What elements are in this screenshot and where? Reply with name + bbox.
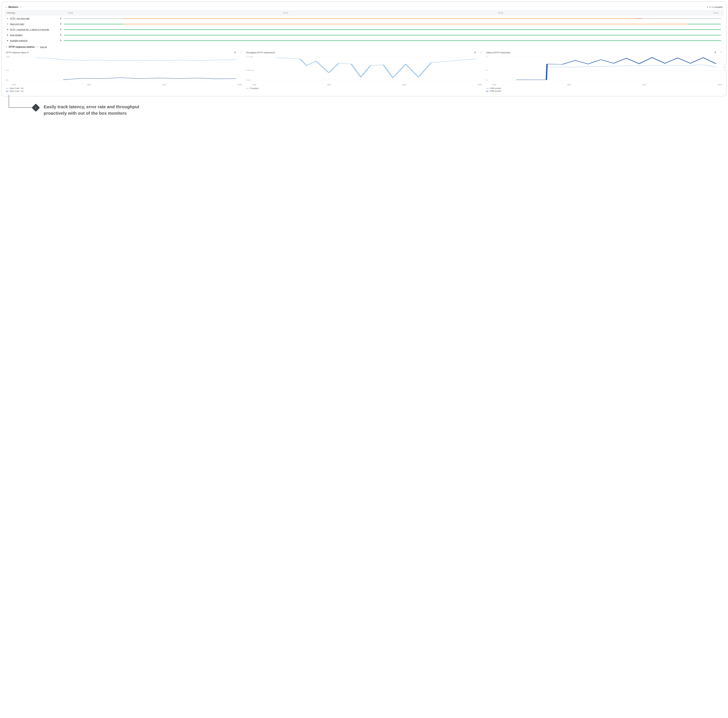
monitor-row: Span duration bbox=[5, 32, 723, 38]
pin-icon[interactable] bbox=[60, 28, 62, 31]
monitors-table: Message 07:0307:1307:2407:34 HTTP - 5xx … bbox=[5, 10, 723, 43]
legend-item: Status Code - 2xx bbox=[6, 87, 242, 90]
pin-icon[interactable] bbox=[60, 39, 62, 42]
legend-label: Status Code - 5xx bbox=[10, 90, 23, 93]
chart-legend: 0.95th quantile0.99th quantile bbox=[486, 86, 722, 93]
legend-label: Throughput bbox=[250, 87, 258, 90]
expand-icon[interactable] bbox=[480, 51, 482, 53]
time-tick: 07:34 bbox=[713, 12, 718, 14]
health-status-text: 2 / 5 unhealthy bbox=[710, 6, 723, 8]
pin-icon[interactable] bbox=[60, 23, 62, 25]
monitor-name-link[interactable]: Available endpoints bbox=[10, 40, 28, 42]
status-dot-icon bbox=[7, 29, 8, 30]
timeline-ticks: 07:0307:1307:2407:34 bbox=[60, 12, 721, 14]
monitor-name-link[interactable]: HTTP - 5xx error ratio bbox=[10, 17, 29, 20]
time-tick: 07:13 bbox=[283, 12, 288, 14]
health-timeline-bar bbox=[64, 24, 721, 24]
time-tick: 07:24 bbox=[498, 12, 503, 14]
monitor-row: Available endpoints bbox=[5, 38, 723, 43]
health-timeline-bar bbox=[64, 29, 721, 30]
health-timeline-bar bbox=[64, 40, 721, 41]
legend-label: 0.95th quantile bbox=[489, 87, 501, 90]
expand-icon[interactable] bbox=[240, 51, 242, 53]
monitor-name-link[interactable]: HTTP - response tim...s above 3.0 second… bbox=[10, 28, 49, 31]
monitor-row: Span error ratio bbox=[5, 21, 723, 27]
chart-plot: 100%35%0% bbox=[6, 55, 242, 83]
health-timeline-bar bbox=[64, 35, 721, 35]
pin-icon[interactable] bbox=[474, 51, 476, 54]
chart-plot: 2.77 req/s0.950 req/s0 req/s bbox=[246, 55, 483, 83]
legend-swatch bbox=[6, 88, 8, 89]
chevron-down-icon[interactable] bbox=[5, 6, 7, 8]
view-all-link[interactable]: View all bbox=[40, 46, 47, 48]
health-timeline-bar bbox=[64, 18, 721, 19]
legend-swatch bbox=[486, 91, 488, 92]
chart-card: Latency (HTTP responses)7s3s0s07:5808:07… bbox=[485, 50, 723, 93]
monitor-row: HTTP - 5xx error ratio bbox=[5, 16, 723, 21]
status-dot-icon bbox=[7, 18, 8, 19]
status-dot-icon bbox=[7, 23, 8, 24]
monitors-title: Monitors bbox=[8, 6, 18, 8]
x-ticks: 07:5808:0708:1708:32 bbox=[486, 83, 722, 86]
monitor-row: HTTP - response tim...s above 3.0 second… bbox=[5, 27, 723, 32]
pin-icon[interactable] bbox=[60, 17, 62, 20]
col-message: Message bbox=[7, 12, 60, 14]
monitors-header: Monitors ? 2 / 5 unhealthy bbox=[5, 5, 723, 10]
legend-swatch bbox=[6, 91, 8, 92]
legend-swatch bbox=[486, 88, 488, 89]
metrics-header: HTTP response metrics ? View all bbox=[5, 43, 723, 49]
chart-plot: 7s3s0s bbox=[486, 55, 722, 83]
chart-card: HTTP response status %100%35%0%07:5808:0… bbox=[5, 50, 243, 93]
metrics-title: HTTP response metrics bbox=[9, 46, 35, 48]
status-dot-icon bbox=[707, 6, 708, 8]
monitors-table-header: Message 07:0307:1307:2407:34 bbox=[5, 10, 723, 16]
legend-item: Status Code - 5xx bbox=[6, 90, 242, 93]
pin-icon[interactable] bbox=[60, 34, 62, 37]
status-dot-icon bbox=[7, 40, 8, 41]
side-collapse-tab[interactable] bbox=[723, 64, 726, 71]
x-ticks: 07:5808:0708:1708:32 bbox=[6, 83, 242, 86]
chart-legend: Status Code - 2xxStatus Code - 5xx bbox=[6, 86, 242, 93]
monitor-name-link[interactable]: Span error ratio bbox=[10, 23, 24, 25]
help-icon[interactable]: ? bbox=[20, 6, 22, 8]
chart-legend: Throughput bbox=[246, 86, 483, 90]
charts-row: HTTP response status %100%35%0%07:5808:0… bbox=[5, 49, 723, 95]
legend-label: Status Code - 2xx bbox=[10, 87, 23, 90]
legend-item: 0.99th quantile bbox=[486, 90, 722, 93]
callout-text: Easily track latency, error rate and thr… bbox=[44, 96, 154, 116]
x-ticks: 07:5808:0708:1708:32 bbox=[246, 83, 483, 86]
help-icon[interactable]: ? bbox=[36, 46, 38, 48]
chart-title: HTTP response status % bbox=[6, 51, 28, 54]
time-tick: 07:03 bbox=[68, 12, 73, 14]
chart-title: Latency (HTTP responses) bbox=[486, 51, 510, 54]
health-status: 2 / 5 unhealthy bbox=[707, 6, 723, 8]
monitor-name-link[interactable]: Span duration bbox=[10, 34, 23, 36]
status-dot-icon bbox=[7, 35, 8, 36]
callout-arrow-icon bbox=[32, 104, 40, 112]
legend-swatch bbox=[246, 88, 249, 89]
legend-label: 0.99th quantile bbox=[489, 90, 501, 93]
expand-icon[interactable] bbox=[720, 51, 722, 53]
legend-item: 0.95th quantile bbox=[486, 87, 722, 90]
pin-icon[interactable] bbox=[714, 51, 716, 54]
chart-card: Throughput (HTTP responses/s)2.77 req/s0… bbox=[245, 50, 483, 93]
legend-item: Throughput bbox=[246, 87, 482, 90]
chart-title: Throughput (HTTP responses/s) bbox=[246, 51, 275, 54]
pin-icon[interactable] bbox=[234, 51, 237, 54]
chevron-down-icon[interactable] bbox=[5, 46, 7, 48]
callout: Easily track latency, error rate and thr… bbox=[9, 96, 726, 116]
dashboard-panel: Monitors ? 2 / 5 unhealthy Message 07:03… bbox=[2, 2, 726, 96]
